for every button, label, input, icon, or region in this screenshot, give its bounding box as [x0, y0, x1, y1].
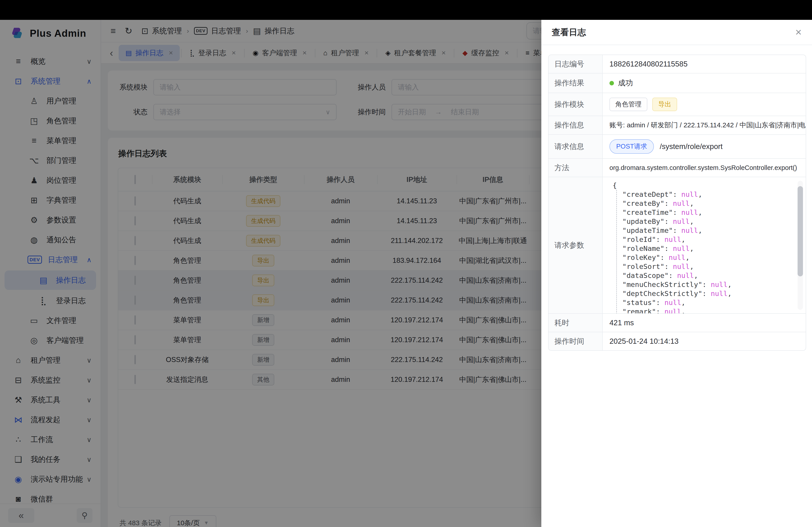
detail-row-method: 方法 org.dromara.system.controller.system.… — [549, 159, 806, 177]
cost-value: 421 ms — [603, 314, 806, 332]
detail-row-module: 操作模块 角色管理 导出 — [549, 93, 806, 116]
view-log-drawer: 查看日志 × 日志编号 1882612840802115585 操作结果 成功 … — [541, 20, 812, 527]
json-line: "updateBy": null, — [622, 217, 806, 226]
detail-row-cost: 耗时 421 ms — [549, 314, 806, 332]
screen: Plus Admin ≡ 概览 ∨ ⊡ 系统管理 ∧ ♙ 用户管理 ◳ — [0, 0, 812, 527]
request-params-viewer[interactable]: { "createDept": null, "createBy": null, … — [603, 177, 806, 313]
drawer-title: 查看日志 — [552, 27, 586, 38]
json-line: "roleSort": null, — [622, 262, 806, 271]
op-time-value: 2025-01-24 10:14:13 — [603, 332, 806, 350]
json-line: "createDept": null, — [622, 190, 806, 199]
result-value: 成功 — [618, 78, 633, 88]
json-line: "roleName": null, — [622, 244, 806, 253]
scrollbar-thumb[interactable] — [798, 186, 803, 276]
detail-row-op-time: 操作时间 2025-01-24 10:14:13 — [549, 332, 806, 350]
json-line: "status": null, — [622, 298, 806, 307]
json-line: "remark": null, — [622, 307, 806, 313]
module-tag: 角色管理 — [609, 97, 647, 111]
log-detail-table: 日志编号 1882612840802115585 操作结果 成功 操作模块 角色… — [548, 55, 806, 351]
json-line: "deptCheckStrictly": null, — [622, 289, 806, 298]
detail-row-log-id: 日志编号 1882612840802115585 — [549, 55, 806, 74]
json-line: "updateTime": null, — [622, 226, 806, 235]
json-line: "menuCheckStrictly": null, — [622, 280, 806, 289]
detail-row-op-info: 操作信息 账号: admin / 研发部门 / 222.175.114.242 … — [549, 116, 806, 135]
close-icon[interactable]: × — [795, 27, 802, 37]
op-info-value: 账号: admin / 研发部门 / 222.175.114.242 / 中国|… — [603, 116, 806, 134]
drawer-header: 查看日志 × — [541, 20, 812, 45]
json-open-brace: { — [613, 181, 806, 190]
top-black-bar — [0, 0, 812, 20]
success-dot-icon — [609, 81, 614, 86]
detail-row-request: 请求信息 POST请求 /system/role/export — [549, 135, 806, 159]
json-line: "createBy": null, — [622, 199, 806, 208]
json-line: "dataScope": null, — [622, 271, 806, 280]
method-value: org.dromara.system.controller.system.Sys… — [603, 159, 806, 177]
post-method-tag: POST请求 — [609, 139, 654, 154]
export-tag: 导出 — [652, 97, 677, 111]
detail-row-params: 请求参数 { "createDept": null, "createBy": n… — [549, 177, 806, 314]
log-id-value: 1882612840802115585 — [603, 55, 806, 73]
json-line: "createTime": null, — [622, 208, 806, 217]
json-line: "roleKey": null, — [622, 253, 806, 262]
json-line: "roleId": null, — [622, 235, 806, 244]
request-path: /system/role/export — [660, 142, 723, 151]
scrollbar-track[interactable] — [798, 181, 803, 310]
drawer-body: 日志编号 1882612840802115585 操作结果 成功 操作模块 角色… — [541, 45, 812, 527]
detail-row-result: 操作结果 成功 — [549, 74, 806, 93]
